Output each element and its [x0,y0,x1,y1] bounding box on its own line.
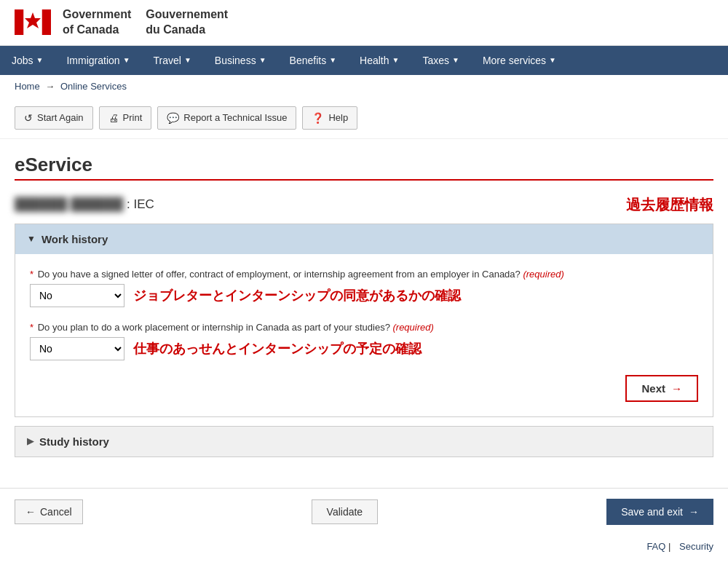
question1-select[interactable]: No Yes [30,284,124,307]
nav-health[interactable]: Health ▼ [348,46,411,75]
canada-flag-logo [15,8,51,37]
action-toolbar: ↺ Start Again 🖨 Print 💬 Report a Technic… [0,98,728,139]
start-again-button[interactable]: ↺ Start Again [15,106,93,130]
nav-business[interactable]: Business ▼ [203,46,278,75]
required-indicator2: (required) [392,322,433,333]
report-issue-button[interactable]: 💬 Report a Technical Issue [157,106,296,130]
chevron-down-icon: ▼ [36,56,44,64]
chevron-down-icon: ▼ [329,56,336,64]
help-button[interactable]: ❓ Help [302,106,357,130]
breadcrumb-home[interactable]: Home [15,81,40,92]
comment-icon: 💬 [167,112,179,124]
breadcrumb-arrow: → [45,81,55,92]
expand-icon: ▶ [27,436,33,446]
work-history-body: * Do you have a signed letter of offer, … [15,254,713,416]
footer-faq-link[interactable]: FAQ [646,541,665,552]
help-icon: ❓ [312,112,324,124]
work-history-accordion-header[interactable]: ▼ Work history [15,224,713,254]
work-history-accordion: ▼ Work history * Do you have a signed le… [15,224,713,417]
nav-jobs[interactable]: Jobs ▼ [0,46,55,75]
question2-group: * Do you plan to do a work placement or … [30,322,698,360]
nav-more-services[interactable]: More services ▼ [471,46,568,75]
chevron-down-icon: ▼ [452,56,459,64]
question1-label: * Do you have a signed letter of offer, … [30,269,698,280]
question1-group: * Do you have a signed letter of offer, … [30,269,698,307]
government-title: Government of Canada Gouvernement du Can… [63,7,228,38]
nav-travel[interactable]: Travel ▼ [142,46,203,75]
cancel-button[interactable]: ← Cancel [15,499,83,524]
next-button[interactable]: Next → [625,375,698,402]
study-history-accordion-header[interactable]: ▶ Study history [15,427,713,457]
iec-label-row: ██████ ██████ : IEC 過去履歴情報 [15,195,713,215]
blurred-name: ██████ ██████ [15,197,123,211]
gov-title-en: Government of Canada [63,7,131,38]
question1-field-row: No Yes ジョブレターとインターンシップの同意があるかの確認 [30,284,698,307]
main-content: eService ██████ ██████ : IEC 過去履歴情報 ▼ Wo… [0,139,728,481]
chevron-down-icon: ▼ [259,56,266,64]
refresh-icon: ↺ [24,112,33,124]
main-nav: Jobs ▼ Immigration ▼ Travel ▼ Business ▼… [0,46,728,75]
breadcrumb: Home → Online Services [0,75,728,98]
validate-button[interactable]: Validate [312,499,379,524]
question2-field-row: No Yes 仕事のあっせんとインターンシップの予定の確認 [30,337,698,360]
study-history-accordion: ▶ Study history [15,426,713,457]
collapse-icon: ▼ [27,234,36,244]
work-history-title: Work history [41,233,108,245]
study-history-title: Study history [39,435,109,448]
save-exit-button[interactable]: Save and exit → [606,499,713,525]
page-title: eService [15,154,713,176]
gov-title-fr: Gouvernement du Canada [146,7,228,38]
arrow-right-icon: → [671,382,682,395]
arrow-right-icon: → [689,506,699,518]
arrow-left-icon: ← [25,506,36,518]
required-indicator: (required) [523,269,563,280]
question2-select[interactable]: No Yes [30,337,124,360]
svg-rect-0 [15,9,24,35]
next-button-row: Next → [30,375,698,402]
nav-taxes[interactable]: Taxes ▼ [411,46,470,75]
breadcrumb-online-services[interactable]: Online Services [60,81,127,92]
site-header: Government of Canada Gouvernement du Can… [0,0,728,46]
iec-identifier: ██████ ██████ : IEC [15,197,154,212]
title-divider [15,179,713,181]
question1-annotation: ジョブレターとインターンシップの同意があるかの確認 [133,287,461,304]
chevron-down-icon: ▼ [123,56,130,64]
question2-annotation: 仕事のあっせんとインターンシップの予定の確認 [133,340,422,357]
bottom-action-bar: ← Cancel Validate Save and exit → [0,488,728,535]
chevron-down-icon: ▼ [184,56,191,64]
site-footer: FAQ | Security [0,535,728,558]
footer-divider: | [668,541,673,552]
chevron-down-icon: ▼ [549,56,556,64]
print-icon: 🖨 [108,112,119,124]
nav-benefits[interactable]: Benefits ▼ [278,46,349,75]
footer-security-link[interactable]: Security [679,541,713,552]
chevron-down-icon: ▼ [392,56,400,64]
nav-immigration[interactable]: Immigration ▼ [55,46,141,75]
print-button[interactable]: 🖨 Print [99,106,152,130]
svg-rect-1 [42,9,52,35]
japanese-section-label: 過去履歴情報 [626,195,713,215]
question2-label: * Do you plan to do a work placement or … [30,322,698,333]
